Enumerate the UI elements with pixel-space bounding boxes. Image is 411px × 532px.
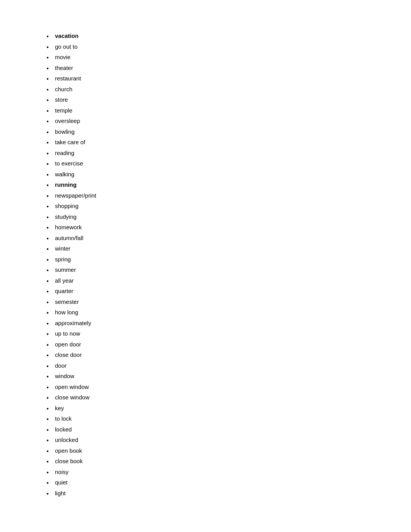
bullet-icon: ● [46,224,55,231]
list-item-label: close book [55,456,411,466]
list-item-label: go out to [55,42,411,52]
bullet-icon: ● [46,437,55,443]
list-item: ●open door [46,339,411,350]
list-item: ●semester [46,297,411,307]
list-item-label: vacation [55,31,411,41]
bullet-icon: ● [46,341,55,348]
bullet-icon: ● [46,479,55,486]
list-item: ●studying [46,212,411,222]
list-item-label: close door [55,350,411,360]
list-item: ●restaurant [46,73,411,84]
list-item-label: how long [55,307,411,317]
list-item-label: church [55,84,411,94]
list-item-label: door [55,361,411,371]
bullet-icon: ● [46,458,55,465]
list-item: ●how long [46,307,411,317]
bullet-icon: ● [46,150,55,157]
list-item-label: temple [55,106,411,116]
list-item: ●spring [46,254,411,264]
list-item-label: open window [55,382,411,392]
list-item-label: to exercise [55,159,411,169]
bullet-icon: ● [46,107,55,114]
list-item-label: shopping [55,201,411,211]
list-item-label: newspaper/print [55,191,411,201]
list-item: ●to lock [46,414,411,424]
list-item: ●movie [46,52,411,62]
list-item-label: theater [55,63,411,73]
list-item: ●window [46,371,411,381]
bullet-icon: ● [46,65,55,72]
list-item-label: quiet [55,477,411,488]
list-item: ●oversleep [46,116,411,126]
bullet-icon: ● [46,86,55,93]
list-item: ●door [46,361,411,371]
bullet-icon: ● [46,278,55,284]
bullet-icon: ● [46,352,55,358]
bullet-icon: ● [46,54,55,61]
list-item: ●open window [46,382,411,392]
list-item: ●theater [46,63,411,73]
list-item-label: autumn/fall [55,233,411,243]
bullet-icon: ● [46,309,55,316]
bullet-icon: ● [46,331,55,337]
list-item-label: window [55,371,411,381]
list-item: ●take care of [46,137,411,147]
bullet-icon: ● [46,267,55,273]
bullet-icon: ● [46,448,55,454]
bullet-icon: ● [46,394,55,401]
bullet-icon: ● [46,320,55,327]
list-item-label: open door [55,339,411,350]
list-item: ●autumn/fall [46,233,411,243]
list-item: ●close book [46,456,411,466]
bullet-icon: ● [46,160,55,167]
bullet-icon: ● [46,193,55,199]
bullet-icon: ● [46,416,55,422]
list-item: ●bowling [46,127,411,137]
bullet-icon: ● [46,203,55,210]
bullet-icon: ● [46,288,55,295]
bullet-icon: ● [46,246,55,252]
list-item: ●close window [46,392,411,402]
list-item: ●all year [46,276,411,286]
list-item: ●walking [46,169,411,179]
list-item-label: noisy [55,467,411,477]
bullet-icon: ● [46,235,55,242]
list-item: ●key [46,403,411,413]
bullet-icon: ● [46,75,55,82]
list-item-label: spring [55,254,411,264]
list-item-label: oversleep [55,116,411,126]
list-item: ●summer [46,265,411,275]
bullet-icon: ● [46,426,55,433]
bullet-icon: ● [46,384,55,390]
list-item-label: unlocked [55,435,411,445]
list-item-label: studying [55,212,411,222]
bullet-icon: ● [46,33,55,39]
list-item: ●quiet [46,477,411,488]
bullet-icon: ● [46,469,55,476]
list-item-label: movie [55,52,411,62]
list-item: ●approximately [46,318,411,328]
list-item: ●homework [46,222,411,232]
list-item: ●up to now [46,329,411,339]
list-item-label: running [55,180,411,190]
list-item: ●store [46,95,411,105]
list-item: ●church [46,84,411,94]
bullet-icon: ● [46,182,55,188]
bullet-icon: ● [46,363,55,369]
list-item: ●open book [46,446,411,456]
list-item-label: bowling [55,127,411,137]
list-item-label: open book [55,446,411,456]
list-item-label: reading [55,148,411,158]
vocabulary-list: ●vacation●go out to●movie●theater●restau… [46,31,411,498]
bullet-icon: ● [46,373,55,380]
bullet-icon: ● [46,490,55,497]
list-item: ●go out to [46,42,411,52]
list-item-label: restaurant [55,73,411,84]
list-item-label: all year [55,276,411,286]
list-item-label: walking [55,169,411,179]
list-item: ●temple [46,106,411,116]
list-item-label: quarter [55,286,411,296]
list-item-label: take care of [55,137,411,147]
bullet-icon: ● [46,299,55,305]
list-item-label: light [55,488,411,498]
